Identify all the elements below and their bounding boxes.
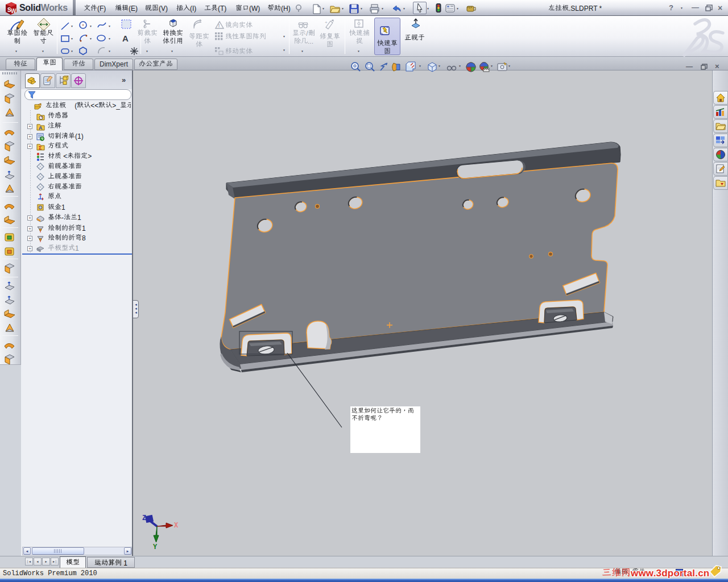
- svg-text:X: X: [174, 522, 179, 530]
- svg-text:Y: Y: [153, 543, 158, 551]
- svg-text:Z: Z: [142, 514, 146, 522]
